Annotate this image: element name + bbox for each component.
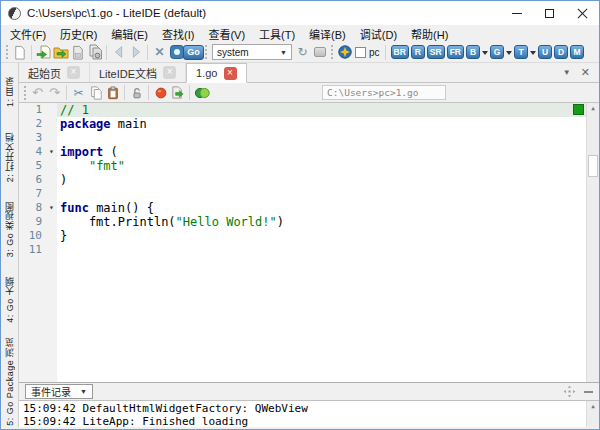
target-checkbox[interactable] bbox=[355, 47, 366, 58]
build-action-b[interactable]: B bbox=[466, 45, 488, 59]
scroll-up-icon[interactable]: ▲ bbox=[587, 103, 599, 113]
code-text[interactable]: fmt.Println("Hello World!") bbox=[57, 215, 586, 229]
main-toolbar: ✕ Go system ▼ ↻ pc BRRSRFRBGTUDM bbox=[1, 42, 599, 63]
code-text[interactable]: import ( bbox=[57, 145, 586, 159]
panel-controls bbox=[563, 385, 593, 398]
build-badge-g[interactable]: G bbox=[490, 45, 504, 59]
menu-debug[interactable]: 调试(D) bbox=[353, 26, 404, 42]
scrollbar-thumb[interactable] bbox=[588, 155, 598, 177]
build-badge-r[interactable]: R bbox=[411, 45, 425, 59]
menu-tools[interactable]: 工具(T) bbox=[252, 26, 302, 42]
new-file-button[interactable] bbox=[11, 44, 28, 61]
paste-button[interactable] bbox=[104, 84, 121, 101]
line-number: 1 bbox=[19, 103, 46, 117]
hide-panel-icon[interactable] bbox=[584, 391, 593, 393]
build-action-fr[interactable]: FR bbox=[447, 45, 464, 59]
code-text[interactable]: package main bbox=[57, 117, 586, 131]
undo-button[interactable]: ↶ bbox=[29, 84, 46, 101]
build-action-sr[interactable]: SR bbox=[427, 45, 445, 59]
side-tab-go-package-browser[interactable]: 5: Go Package 浏览 bbox=[3, 336, 16, 427]
file-path-breadcrumb[interactable]: C:\Users>pc>1.go bbox=[322, 85, 446, 100]
tools-button[interactable]: ✕ bbox=[151, 44, 168, 61]
fold-marker-icon[interactable]: ▾ bbox=[46, 201, 57, 215]
menu-build[interactable]: 编译(B) bbox=[302, 26, 353, 42]
go-docs-button[interactable]: Go bbox=[185, 44, 202, 61]
toolbar-separator bbox=[385, 45, 386, 60]
tab-close-icon[interactable]: × bbox=[163, 66, 176, 79]
maximize-button[interactable] bbox=[533, 1, 566, 25]
export-button[interactable] bbox=[169, 84, 186, 101]
save-all-button[interactable] bbox=[86, 44, 103, 61]
build-action-m[interactable]: M bbox=[570, 45, 584, 59]
record-button[interactable] bbox=[152, 84, 169, 101]
event-log-output[interactable]: ▲ 15:09:42 DefaultHtmlWidgetFactory: QWe… bbox=[19, 400, 599, 427]
reload-env-button[interactable]: ↻ bbox=[294, 44, 311, 61]
build-badge-sr[interactable]: SR bbox=[427, 45, 445, 59]
go-playground-button[interactable] bbox=[193, 84, 210, 101]
menu-edit[interactable]: 编辑(E) bbox=[104, 26, 155, 42]
build-action-r[interactable]: R bbox=[411, 45, 425, 59]
build-badge-d[interactable]: D bbox=[554, 45, 568, 59]
close-button[interactable] bbox=[566, 1, 599, 25]
minimize-button[interactable] bbox=[500, 1, 533, 25]
navigate-back-button[interactable] bbox=[110, 44, 127, 61]
code-text[interactable] bbox=[57, 131, 586, 145]
copy-button[interactable] bbox=[87, 84, 104, 101]
build-action-d[interactable]: D bbox=[554, 45, 568, 59]
code-text[interactable]: "fmt" bbox=[57, 159, 586, 173]
open-file-button[interactable] bbox=[35, 44, 52, 61]
scroll-up-icon[interactable]: ▲ bbox=[587, 401, 599, 411]
build-badge-t[interactable]: T bbox=[514, 45, 528, 59]
redo-button[interactable]: ↷ bbox=[46, 84, 63, 101]
close-tab-icon[interactable]: ✕ bbox=[581, 66, 590, 79]
output-view-selector[interactable]: 事件记录 ▼ bbox=[25, 384, 93, 399]
menu-file[interactable]: 文件(F) bbox=[3, 26, 53, 42]
code-text[interactable]: func main() { bbox=[57, 201, 586, 215]
lock-edit-button[interactable] bbox=[128, 84, 145, 101]
dropdown-caret-icon[interactable] bbox=[482, 51, 488, 58]
menu-find[interactable]: 查找(I) bbox=[155, 26, 201, 42]
build-action-br[interactable]: BR bbox=[391, 45, 409, 59]
save-file-button[interactable] bbox=[69, 44, 86, 61]
env-selector[interactable]: system ▼ bbox=[212, 44, 292, 60]
navigate-forward-button[interactable] bbox=[127, 44, 144, 61]
editor-scrollbar[interactable]: ▲ bbox=[586, 103, 599, 382]
build-config-button[interactable] bbox=[336, 44, 353, 61]
tab-liteide-doc[interactable]: LiteIDE文档× bbox=[90, 63, 186, 82]
build-badge-br[interactable]: BR bbox=[391, 45, 409, 59]
build-action-g[interactable]: G bbox=[490, 45, 512, 59]
side-tab-go-outline[interactable]: 4: Go 大纲 bbox=[3, 271, 16, 328]
menu-history[interactable]: 历史(R) bbox=[53, 26, 104, 42]
dropdown-caret-icon[interactable] bbox=[506, 51, 512, 58]
code-text[interactable] bbox=[57, 187, 586, 201]
build-badge-u[interactable]: U bbox=[538, 45, 552, 59]
cut-button[interactable]: ✂ bbox=[70, 84, 87, 101]
open-folder-button[interactable] bbox=[52, 44, 69, 61]
tab-1-go[interactable]: 1.go× bbox=[186, 63, 246, 83]
side-tab-folders[interactable]: 1: 目录 bbox=[3, 66, 16, 117]
build-action-t[interactable]: T bbox=[514, 45, 536, 59]
menu-view[interactable]: 查看(V) bbox=[201, 26, 252, 42]
tab-list-dropdown-icon[interactable]: ▼ bbox=[563, 68, 571, 77]
code-text[interactable]: ) bbox=[57, 173, 586, 187]
build-action-u[interactable]: U bbox=[538, 45, 552, 59]
back-arrow-icon bbox=[112, 45, 126, 59]
stop-action-button[interactable] bbox=[311, 44, 328, 61]
code-text[interactable] bbox=[57, 243, 586, 257]
log-scrollbar[interactable]: ▲ bbox=[586, 401, 599, 427]
build-badge-fr[interactable]: FR bbox=[447, 45, 464, 59]
dropdown-caret-icon[interactable] bbox=[530, 51, 536, 58]
menu-help[interactable]: 帮助(H) bbox=[404, 26, 455, 42]
fold-marker-icon[interactable]: ▾ bbox=[46, 145, 57, 159]
code-editor[interactable]: 1// 12package main34▾import (5 "fmt"6)78… bbox=[19, 103, 599, 382]
code-text[interactable]: } bbox=[57, 229, 586, 243]
build-badge-m[interactable]: M bbox=[570, 45, 584, 59]
build-badge-b[interactable]: B bbox=[466, 45, 480, 59]
side-tab-open-docs[interactable]: 2: 打开文档 bbox=[3, 126, 16, 188]
tab-close-icon[interactable]: × bbox=[67, 66, 80, 79]
side-tab-go-class-view[interactable]: 3: Go 类视图 bbox=[3, 197, 16, 261]
float-panel-icon[interactable] bbox=[563, 385, 576, 398]
tab-start-page[interactable]: 起始页× bbox=[19, 63, 90, 82]
tab-close-icon[interactable]: × bbox=[224, 67, 237, 80]
code-text[interactable]: // 1 bbox=[57, 103, 586, 117]
